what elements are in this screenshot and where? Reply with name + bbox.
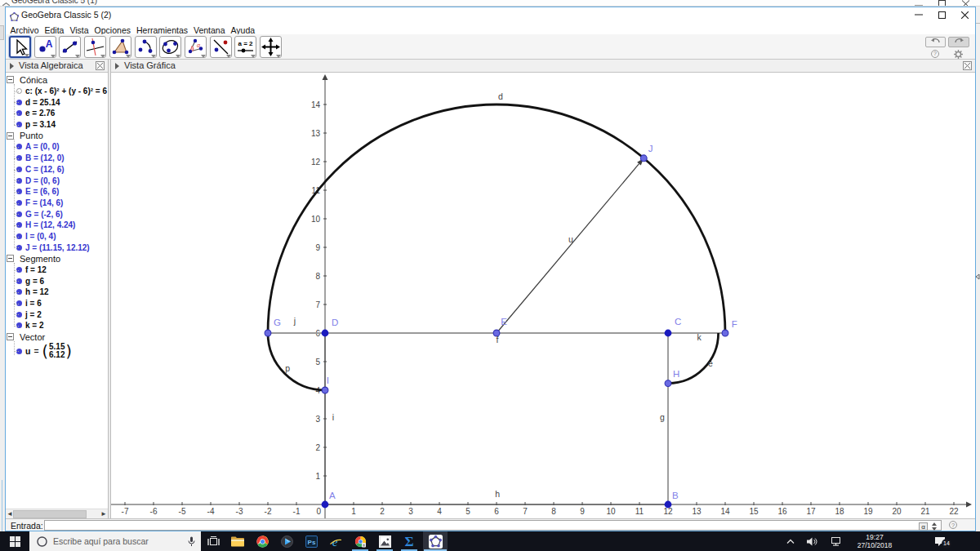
hidden-icons-chevron-icon[interactable] bbox=[786, 531, 795, 551]
tool-reflection[interactable] bbox=[210, 36, 232, 58]
tool-ellipse[interactable] bbox=[159, 36, 181, 58]
background-minimize-button[interactable] bbox=[906, 0, 930, 7]
algebra-item[interactable]: f = 12 bbox=[14, 264, 108, 276]
visibility-bullet-icon[interactable] bbox=[16, 178, 22, 184]
algebra-item[interactable]: d = 25.14 bbox=[14, 96, 108, 108]
point-label-I[interactable]: I bbox=[327, 375, 329, 385]
algebra-item[interactable]: C = (12, 6) bbox=[14, 164, 108, 176]
point-I[interactable] bbox=[322, 387, 328, 393]
point-D[interactable] bbox=[322, 330, 329, 337]
graphics-view-header[interactable]: Vista Gráfica bbox=[111, 60, 975, 73]
point-label-C[interactable]: C bbox=[675, 317, 681, 327]
algebra-item[interactable]: B = (12, 0) bbox=[14, 153, 108, 164]
network-icon[interactable] bbox=[831, 531, 842, 551]
algebra-item[interactable]: i = 6 bbox=[14, 298, 108, 309]
visibility-bullet-icon[interactable] bbox=[16, 200, 22, 206]
algebra-item[interactable]: E = (6, 6) bbox=[14, 186, 108, 198]
undo-button[interactable] bbox=[925, 37, 946, 47]
point-A[interactable] bbox=[322, 501, 329, 509]
algebra-item[interactable]: H = (12, 4.24) bbox=[14, 220, 108, 231]
object-label-f[interactable]: f bbox=[497, 335, 499, 344]
visibility-bullet-icon[interactable] bbox=[16, 322, 22, 328]
visibility-bullet-icon[interactable] bbox=[16, 300, 22, 306]
visibility-bullet-icon[interactable] bbox=[16, 312, 22, 318]
point-label-D[interactable]: D bbox=[332, 318, 338, 327]
visibility-bullet-icon[interactable] bbox=[16, 289, 22, 295]
object-label-u[interactable]: u bbox=[568, 234, 573, 244]
scrollbar-thumb[interactable] bbox=[13, 510, 87, 518]
collapse-icon[interactable] bbox=[7, 76, 14, 83]
point-label-H[interactable]: H bbox=[673, 369, 679, 379]
close-button[interactable] bbox=[953, 7, 976, 22]
background-maximize-button[interactable] bbox=[930, 0, 954, 7]
tool-polygon[interactable] bbox=[109, 36, 131, 58]
taskbar-clock[interactable]: 19:27 27/10/2018 bbox=[851, 533, 898, 549]
visibility-bullet-icon[interactable] bbox=[16, 211, 22, 217]
object-label-p[interactable]: p bbox=[285, 363, 290, 373]
visibility-bullet-icon[interactable] bbox=[16, 100, 22, 105]
collapse-icon[interactable] bbox=[7, 333, 14, 340]
tool-line[interactable] bbox=[59, 36, 81, 58]
tool-dropdown-icon[interactable] bbox=[276, 55, 281, 58]
algebra-item[interactable]: p = 3.14 bbox=[14, 119, 108, 131]
algebra-group-segmento[interactable]: Segmento bbox=[6, 253, 108, 264]
point-label-B[interactable]: B bbox=[672, 491, 679, 500]
tool-circular-arc[interactable] bbox=[135, 36, 157, 58]
background-close-button[interactable] bbox=[954, 0, 978, 7]
visibility-bullet-icon[interactable] bbox=[16, 278, 22, 284]
algebra-item[interactable]: h = 12 bbox=[14, 287, 108, 298]
point-label-F[interactable]: F bbox=[732, 319, 737, 329]
scroll-right-icon[interactable]: ► bbox=[100, 510, 108, 518]
tool-dropdown-icon[interactable] bbox=[226, 55, 231, 58]
maximize-button[interactable] bbox=[930, 7, 953, 22]
visibility-bullet-icon[interactable] bbox=[16, 144, 22, 149]
visibility-bullet-icon[interactable] bbox=[16, 349, 22, 354]
visibility-bullet-icon[interactable] bbox=[16, 122, 22, 127]
algebra-item[interactable]: A = (0, 0) bbox=[14, 141, 108, 153]
point-B[interactable] bbox=[665, 501, 672, 509]
algebra-group-cónica[interactable]: Cónica bbox=[6, 74, 108, 86]
point-J[interactable] bbox=[640, 155, 647, 162]
point-C[interactable] bbox=[665, 330, 672, 337]
point-label-E[interactable]: E bbox=[501, 317, 507, 327]
tool-slider[interactable]: a = 2 bbox=[234, 36, 256, 58]
algebra-item[interactable]: g = 6 bbox=[14, 275, 108, 287]
redo-button[interactable] bbox=[948, 37, 969, 47]
algebra-header-triangle-icon[interactable] bbox=[10, 63, 14, 69]
input-history-spinner[interactable] bbox=[932, 522, 938, 531]
object-label-j[interactable]: j bbox=[293, 316, 296, 326]
object-label-d[interactable]: d bbox=[498, 91, 503, 101]
algebra-close-icon[interactable] bbox=[96, 61, 105, 70]
visibility-bullet-icon[interactable] bbox=[16, 189, 22, 194]
vector-u[interactable] bbox=[497, 164, 639, 333]
algebra-group-punto[interactable]: Punto bbox=[6, 130, 108, 141]
alpha-symbols-button[interactable]: α bbox=[919, 522, 928, 531]
tool-dropdown-icon[interactable] bbox=[24, 54, 29, 57]
titlebar[interactable]: GeoGebra Classic 5 (2) bbox=[6, 7, 975, 22]
tool-move-graphics-view[interactable] bbox=[260, 36, 282, 58]
action-center-icon[interactable]: 14 bbox=[934, 531, 946, 551]
algebra-group-vector[interactable]: Vector bbox=[6, 331, 108, 343]
tool-dropdown-icon[interactable] bbox=[151, 55, 156, 58]
algebra-view-header[interactable]: Vista Algebraica bbox=[6, 60, 108, 73]
point-F[interactable] bbox=[722, 330, 728, 336]
tool-point[interactable]: A bbox=[34, 36, 56, 58]
collapse-icon[interactable] bbox=[7, 132, 14, 140]
visibility-bullet-icon[interactable] bbox=[16, 245, 22, 251]
settings-gear-icon[interactable] bbox=[954, 50, 963, 59]
graphics-close-icon[interactable] bbox=[963, 61, 972, 70]
visibility-bullet-icon[interactable] bbox=[16, 155, 22, 161]
tool-dropdown-icon[interactable] bbox=[75, 55, 80, 58]
visibility-bullet-icon[interactable] bbox=[16, 233, 22, 239]
minimize-button[interactable] bbox=[907, 7, 930, 22]
point-label-J[interactable]: J bbox=[648, 144, 653, 153]
point-H[interactable] bbox=[665, 380, 671, 387]
graphics-view[interactable]: -7-6-5-4-3-2-112345678910111213141516171… bbox=[111, 73, 975, 518]
help-icon[interactable]: ? bbox=[931, 50, 939, 58]
tool-move[interactable] bbox=[9, 36, 31, 58]
object-label-h[interactable]: h bbox=[495, 489, 500, 499]
graphics-header-triangle-icon[interactable] bbox=[115, 63, 119, 69]
algebra-item-vector[interactable]: u=(5.156.12) bbox=[14, 343, 108, 360]
arc-d[interactable] bbox=[268, 104, 725, 333]
tool-dropdown-icon[interactable] bbox=[176, 55, 180, 58]
